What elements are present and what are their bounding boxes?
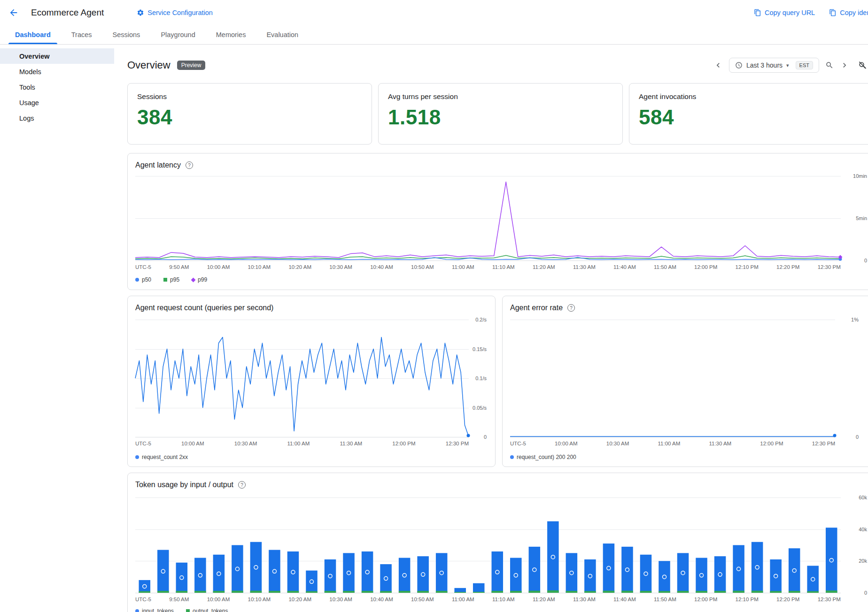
axis-tick-label: 12:00 PM [760, 441, 783, 446]
legend-item-p99[interactable]: p99 [192, 276, 207, 283]
legend-label: p50 [142, 276, 151, 283]
agent-error-rate-card: Agent error rate ? 1% 0 UTC-510:00 AM10:… [502, 296, 868, 467]
x-axis-labels: UTC-59:50 AM10:00 AM10:10 AM10:20 AM10:3… [135, 264, 841, 270]
axis-tick-label: UTC-5 [135, 264, 151, 270]
copy-query-url-button[interactable]: Copy query URL [754, 9, 815, 16]
axis-tick-label: 12:00 PM [694, 597, 717, 602]
legend-item-p95[interactable]: p95 [163, 276, 179, 283]
copy-query-url-label: Copy query URL [765, 9, 815, 16]
tab-sessions[interactable]: Sessions [102, 25, 151, 44]
chevron-down-icon: ▾ [786, 62, 789, 69]
x-axis-labels: UTC-510:00 AM10:30 AM11:00 AM11:30 AM12:… [510, 441, 835, 446]
x-axis-labels: UTC-59:50 AM10:00 AM10:10 AM10:20 AM10:3… [135, 597, 841, 602]
time-range-picker[interactable]: Last 3 hours ▾ EST [729, 58, 819, 73]
request-count-plot[interactable]: 0.2/s 0.15/s 0.1/s 0.05/s 0 [135, 320, 469, 437]
x-axis-labels: UTC-510:00 AM10:30 AM11:00 AM11:30 AM12:… [135, 441, 469, 446]
gridline [510, 437, 835, 437]
axis-tick-label: 11:00 AM [658, 441, 681, 446]
tab-bar: Dashboard Traces Sessions Playground Mem… [0, 25, 868, 45]
axis-tick-label: 11:00 AM [287, 441, 310, 446]
axis-tick-label: 11:30 AM [709, 441, 731, 446]
sidebar-item-logs[interactable]: Logs [0, 110, 114, 126]
error-rate-plot[interactable]: 1% 0 [510, 320, 835, 437]
sidebar-item-models[interactable]: Models [0, 64, 114, 79]
time-range-label: Last 3 hours [746, 61, 783, 69]
axis-tick-label: 10:10 AM [248, 264, 271, 270]
search-icon[interactable] [825, 61, 834, 69]
timezone-badge[interactable]: EST [796, 61, 813, 69]
token-usage-chart[interactable] [135, 497, 841, 593]
help-icon[interactable]: ? [567, 304, 575, 312]
axis-tick-label: 11:20 AM [533, 597, 555, 602]
axis-tick-label: 12:00 PM [694, 264, 717, 270]
tab-playground[interactable]: Playground [150, 25, 205, 44]
gridline [135, 260, 841, 261]
legend-label: request_count) 200 200 [517, 454, 576, 460]
metric-label: Agent invocations [639, 92, 864, 101]
chart-legend: request_count) 200 200 [510, 454, 868, 460]
y-axis-label: 0 [484, 434, 487, 440]
legend-item-error-rate[interactable]: request_count) 200 200 [510, 454, 576, 460]
axis-tick-label: 11:50 AM [654, 264, 676, 270]
axis-tick-label: 12:10 PM [736, 264, 759, 270]
latency-chart[interactable] [135, 176, 841, 260]
p50-marker-icon [135, 278, 139, 282]
axis-tick-label: 10:50 AM [411, 597, 434, 602]
service-configuration-link[interactable]: Service Configuration [137, 9, 213, 16]
series-marker-icon [135, 455, 139, 459]
axis-tick-label: 11:00 AM [452, 264, 474, 270]
chevron-right-icon[interactable] [840, 61, 849, 70]
tab-memories[interactable]: Memories [206, 25, 256, 44]
gridline [135, 593, 841, 593]
axis-tick-label: 10:20 AM [288, 597, 311, 602]
axis-tick-label: 11:30 AM [573, 264, 596, 270]
y-axis-label: 0 [856, 434, 859, 440]
help-icon[interactable]: ? [238, 481, 246, 489]
metric-value: 384 [137, 106, 362, 129]
p95-marker-icon [163, 278, 167, 282]
y-axis-label: 40k [859, 527, 867, 532]
y-axis-label: 0.05/s [473, 405, 487, 411]
axis-tick-label: 11:30 AM [340, 441, 362, 446]
legend-item-output-tokens[interactable]: output_tokens [186, 608, 228, 612]
help-icon[interactable]: ? [186, 161, 193, 169]
axis-tick-label: 12:30 PM [818, 264, 841, 270]
request-count-chart[interactable] [135, 320, 469, 437]
error-rate-chart[interactable] [510, 320, 835, 437]
latency-plot[interactable]: 10min 5min 0 [135, 176, 841, 260]
legend-item-p50[interactable]: p50 [135, 276, 151, 283]
axis-tick-label: 10:30 AM [329, 264, 352, 270]
y-axis-label: 0.1/s [475, 375, 487, 381]
tab-dashboard[interactable]: Dashboard [5, 25, 61, 44]
legend-label: input_tokens [142, 608, 174, 612]
legend-item-request-count[interactable]: request_count 2xx [135, 454, 188, 460]
token-usage-plot[interactable]: 60k 40k 20k 0 [135, 497, 841, 593]
overview-title: Overview [127, 59, 170, 71]
legend-item-input-tokens[interactable]: input_tokens [135, 608, 174, 612]
chart-title: Agent error rate [510, 304, 563, 312]
legend-label: p99 [198, 276, 207, 283]
sidebar-item-usage[interactable]: Usage [0, 95, 114, 110]
service-configuration-label: Service Configuration [147, 9, 213, 16]
chevron-left-icon[interactable] [713, 61, 723, 70]
axis-tick-label: 10:30 AM [329, 597, 352, 602]
tab-evaluation[interactable]: Evaluation [256, 25, 309, 44]
clock-icon [735, 61, 743, 69]
sidebar-item-overview[interactable]: Overview [0, 48, 114, 64]
metric-card-avg-turns: Avg turns per session 1.518 [378, 83, 623, 145]
axis-tick-label: 12:00 PM [392, 441, 415, 446]
axis-tick-label: 11:10 AM [492, 264, 515, 270]
series-marker-icon [510, 455, 514, 459]
sidebar-item-tools[interactable]: Tools [0, 79, 114, 95]
tab-traces[interactable]: Traces [61, 25, 102, 44]
page-title: Ecommerce Agent [31, 8, 104, 18]
zoom-off-icon[interactable] [858, 61, 867, 70]
gear-icon [137, 9, 144, 16]
axis-tick-label: 10:10 AM [248, 597, 271, 602]
copy-identity-button[interactable]: Copy identity [829, 9, 868, 16]
input-tokens-marker-icon [135, 609, 139, 612]
copy-icon [754, 9, 761, 16]
chart-title: Agent latency [135, 161, 181, 169]
metric-value: 1.518 [388, 106, 613, 129]
back-arrow-icon[interactable] [8, 8, 19, 18]
